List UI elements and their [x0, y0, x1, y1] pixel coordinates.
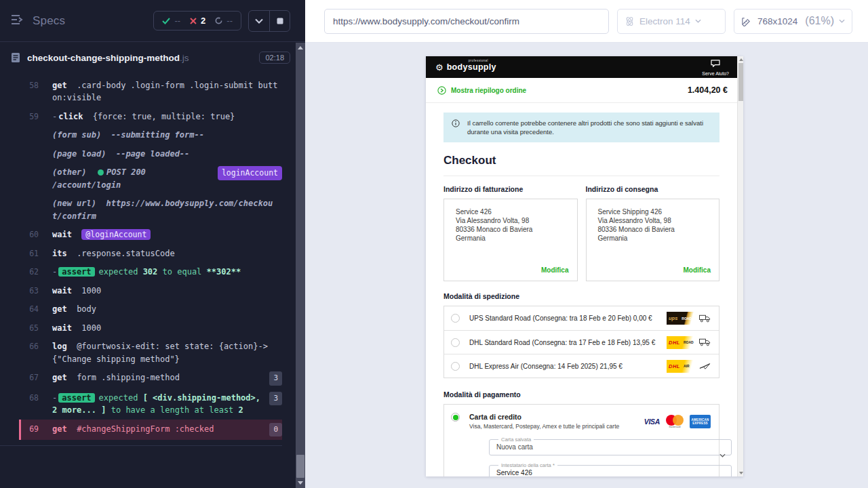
shipping-radio[interactable] [451, 338, 460, 347]
assert-row[interactable]: 62 -assertexpected 302 to equal **302** [19, 263, 282, 282]
stop-button[interactable] [269, 11, 290, 31]
command-row[interactable]: 66 log @fourtwosix-edit: set state: {act… [19, 338, 282, 369]
divider [443, 176, 719, 176]
file-icon [11, 52, 20, 63]
command-row[interactable]: 65 wait 1000 [19, 319, 282, 338]
scroll-down-arrow-icon[interactable] [739, 472, 743, 474]
spec-timer: 02:18 [259, 52, 290, 64]
viewport-size-icon [741, 16, 751, 26]
visa-logo: VISA [644, 418, 660, 426]
chevron-down-icon [695, 19, 701, 23]
cypress-runner-window: Specs -- 2 -- [0, 0, 868, 488]
command-row[interactable]: 58 get .card-body .login-form .login-sub… [19, 76, 282, 107]
command-row[interactable]: 64 get body [19, 300, 282, 319]
element-count-badge: 3 [269, 371, 282, 386]
wait-alias-badge: @loginAccount [81, 229, 151, 240]
reporter-scrollbar[interactable] [296, 43, 305, 488]
reporter-scrollbar-thumb[interactable] [296, 455, 304, 478]
scroll-down-arrow-icon[interactable] [298, 481, 303, 485]
page-title: Checkout [443, 154, 719, 167]
shipping-option-dhl-air[interactable]: DHL Express Air (Consegna: 14 Feb 2025) … [444, 354, 719, 378]
card-brand-logos: VISA mastercard AMERICANEXPRESS [644, 413, 711, 430]
spec-row[interactable]: checkout-change-shipping-method.js 02:18 [0, 42, 305, 70]
runner-controls [248, 10, 290, 32]
aut-preview: ⚙ bodyprofessionalsupply Serve Aiuto? Mo… [426, 56, 743, 476]
shipping-radio[interactable] [451, 314, 460, 323]
card-holder-input[interactable]: Intestatario della carta * Service 426 [489, 462, 732, 476]
mastercard-logo: mastercard [665, 415, 685, 428]
info-icon [452, 119, 460, 128]
shipping-option-ups-road[interactable]: UPS Standard Road (Consegna: tra 18 Feb … [444, 306, 719, 330]
gear-logo-icon: ⚙ [435, 63, 443, 72]
refresh-icon [215, 17, 222, 24]
cross-icon [190, 18, 197, 24]
runner-topbar: Electron 114 768x1024 (61%) [305, 0, 868, 43]
order-summary-bar: Mostra riepilogo ordine 1.404,20 € [426, 78, 737, 103]
plane-icon [699, 363, 711, 370]
specs-title[interactable]: Specs [33, 14, 65, 28]
payment-method-subtitle: Visa, Mastercard, Postepay, Amex e tutte… [469, 423, 635, 430]
chevron-down-icon [255, 18, 263, 24]
shipping-option-dhl-road[interactable]: DHL Standard Road (Consegna: tra 17 Feb … [444, 330, 719, 354]
element-count-badge: 0 [269, 423, 282, 437]
route-alias-badge: loginAccount [218, 166, 282, 180]
specs-menu-icon[interactable] [11, 14, 24, 28]
card-holder-value: Service 426 [495, 468, 726, 476]
command-row[interactable]: 67 get form .shipping-method 3 [19, 369, 282, 389]
reporter-panel: Specs -- 2 -- [0, 0, 305, 488]
delivery-heading: Indirizzo di consegna [586, 185, 720, 193]
ups-road-logo: upsROAD [667, 312, 711, 325]
help-link[interactable]: Serve Aiuto? [702, 58, 729, 76]
scroll-up-arrow-icon[interactable] [739, 58, 743, 61]
card-holder-label: Intestatario della carta * [498, 462, 557, 468]
browser-selector[interactable]: Electron 114 [617, 9, 726, 34]
element-count-badge: 3 [269, 392, 282, 406]
saved-card-select[interactable]: Carta salvata Nuova carta [489, 436, 732, 455]
collapse-button[interactable] [249, 11, 269, 31]
assert-row[interactable]: 68 -assertexpected [ <div.shipping-metho… [19, 388, 282, 420]
check-icon [162, 18, 170, 24]
saved-card-value: Nuova carta [495, 443, 726, 451]
amex-logo: AMERICANEXPRESS [690, 415, 711, 428]
url-input[interactable] [324, 9, 609, 34]
billing-address-card: Service 426 Via Alessandro Volta, 98 803… [443, 199, 578, 281]
chevron-down-icon [839, 19, 845, 23]
preview-scrollbar[interactable] [737, 56, 743, 476]
shipping-radio[interactable] [451, 362, 460, 371]
chevron-right-circle-icon [437, 86, 446, 95]
test-stats[interactable]: -- 2 -- [153, 11, 241, 30]
assert-badge: assert [58, 393, 94, 403]
billing-heading: Indirizzo di fatturazione [443, 185, 578, 193]
payment-radio-checked[interactable] [451, 413, 460, 422]
edit-billing-link[interactable]: Modifica [541, 266, 569, 274]
edit-delivery-link[interactable]: Modifica [683, 266, 711, 274]
truck-icon [699, 338, 711, 346]
chevron-down-icon [719, 453, 726, 458]
reporter-header: Specs -- 2 -- [0, 0, 305, 42]
stop-icon [277, 18, 283, 24]
payment-method-section: Modalità di pagamento Carta di credito V… [443, 390, 719, 476]
chat-icon [710, 60, 721, 68]
viewport-selector[interactable]: 768x1024 (61%) [734, 9, 852, 34]
preview-scrollbar-thumb[interactable] [738, 63, 744, 101]
new-url-event-row: (new url) https://www.bodysupply.com/che… [19, 195, 282, 226]
failed-command-row[interactable]: 69 get #changeShippingForm :checked 0 [19, 420, 282, 440]
show-order-summary-toggle[interactable]: Mostra riepilogo ordine [437, 86, 526, 95]
command-row[interactable]: 63 wait 1000 [19, 281, 282, 300]
xhr-event-row[interactable]: (other) POST 200/account/login loginAcco… [19, 163, 282, 195]
scroll-up-arrow-icon[interactable] [298, 46, 303, 49]
cart-info-alert: Il carrello corrente potrebbe contenere … [443, 113, 719, 142]
log-divider [0, 445, 282, 446]
site-logo[interactable]: ⚙ bodyprofessionalsupply [435, 62, 496, 72]
delivery-address-card: Service Shipping 426 Via Alessandro Volt… [586, 199, 720, 281]
dhl-road-logo: DHLROAD [667, 336, 711, 349]
command-row[interactable]: 60 wait @loginAccount [19, 226, 282, 245]
payment-heading: Modalità di pagamento [443, 390, 719, 399]
shipping-method-section: Modalità di spedizione UPS Standard Road… [443, 292, 719, 378]
order-total: 1.404,20 € [688, 85, 728, 95]
command-row[interactable]: 59 -click {force: true, multiple: true} [19, 107, 282, 126]
stat-failed: 2 [190, 16, 205, 26]
spec-name: checkout-change-shipping-method.js [27, 53, 189, 63]
command-row[interactable]: 61 its .response.statusCode [19, 244, 282, 263]
event-row: (form sub) --submitting form-- [19, 126, 282, 145]
